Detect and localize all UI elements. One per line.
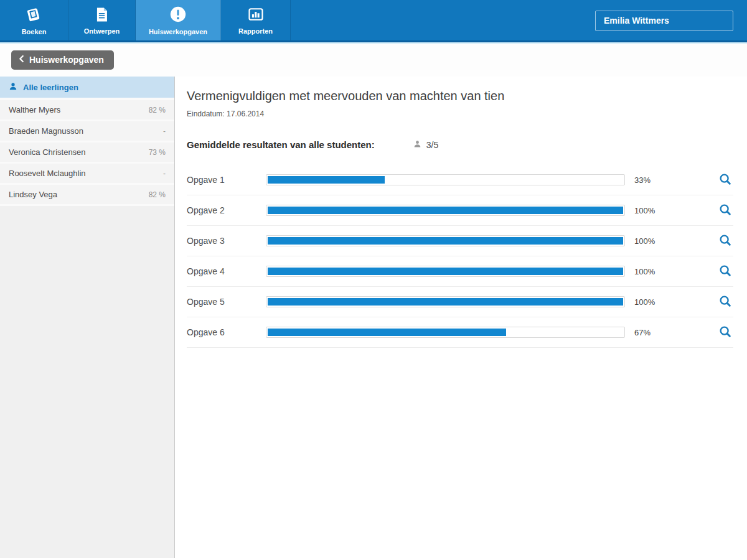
student-row[interactable]: Roosevelt Mclaughlin - — [0, 164, 174, 185]
progress-track — [266, 266, 625, 277]
percent-label: 67% — [634, 328, 667, 337]
exclamation-icon — [169, 5, 187, 26]
exercise-label: Opgave 6 — [187, 327, 266, 337]
inspect-button[interactable] — [718, 294, 732, 310]
student-name: Veronica Christensen — [9, 147, 86, 157]
tab-label: Huiswerkopgaven — [149, 28, 207, 35]
inspect-button[interactable] — [718, 172, 732, 188]
student-row[interactable]: Walther Myers 82 % — [0, 100, 174, 121]
average-results-label: Gemiddelde resultaten van alle studenten… — [187, 139, 375, 150]
percent-label: 100% — [634, 297, 667, 307]
search-icon — [718, 203, 732, 218]
tab-boeken[interactable]: Boeken — [0, 0, 68, 40]
due-date: Einddatum: 17.06.2014 — [187, 110, 747, 118]
person-icon — [9, 82, 17, 93]
result-row: Opgave 4 100% — [187, 256, 733, 287]
student-sidebar: Alle leerlingen Walther Myers 82 % Braed… — [0, 77, 175, 558]
results-list: Opgave 1 33% Opgave 2 100% Opgave 3 100%… — [187, 165, 733, 348]
percent-label: 100% — [634, 267, 667, 276]
inspect-button[interactable] — [718, 264, 732, 279]
page-title: Vermenigvuldigen met meervouden van mach… — [187, 89, 747, 103]
sidebar-header-label: Alle leerlingen — [23, 83, 78, 92]
student-score: 82 % — [149, 190, 166, 199]
progress-track — [266, 205, 625, 216]
student-row[interactable]: Lindsey Vega 82 % — [0, 185, 174, 206]
student-row[interactable]: Veronica Christensen 73 % — [0, 142, 174, 164]
progress-fill — [268, 329, 506, 336]
search-icon — [718, 325, 732, 340]
result-row: Opgave 2 100% — [187, 195, 733, 226]
exercise-label: Opgave 4 — [187, 266, 266, 276]
main-panel: Vermenigvuldigen met meervouden van mach… — [175, 77, 747, 558]
student-name: Lindsey Vega — [9, 190, 57, 199]
search-icon — [718, 264, 732, 279]
tab-rapporten[interactable]: Rapporten — [221, 0, 291, 40]
progress-fill — [268, 298, 623, 306]
percent-label: 100% — [634, 206, 667, 215]
inspect-button[interactable] — [718, 203, 732, 218]
tab-ontwerpen[interactable]: Ontwerpen — [68, 0, 136, 40]
student-score: - — [163, 127, 166, 136]
inspect-button[interactable] — [718, 325, 732, 340]
progress-track — [266, 296, 625, 307]
progress-track — [266, 235, 625, 246]
tab-label: Ontwerpen — [84, 27, 120, 35]
percent-label: 33% — [634, 175, 667, 185]
bar-chart-icon — [247, 6, 265, 26]
result-row: Opgave 3 100% — [187, 226, 733, 256]
document-icon — [93, 6, 110, 26]
progress-fill — [268, 268, 623, 275]
breadcrumb-bar: Huiswerkopgaven — [0, 44, 747, 77]
result-row: Opgave 6 67% — [187, 317, 733, 348]
tab-label: Boeken — [22, 28, 47, 35]
progress-fill — [268, 176, 385, 184]
content-area: Alle leerlingen Walther Myers 82 % Braed… — [0, 77, 747, 558]
tab-label: Rapporten — [238, 27, 273, 35]
result-row: Opgave 5 100% — [187, 287, 733, 317]
average-ratio: 3/5 — [413, 140, 438, 150]
result-row: Opgave 1 33% — [187, 165, 733, 195]
average-results-row: Gemiddelde resultaten van alle studenten… — [187, 139, 747, 150]
student-name: Braeden Magnusson — [9, 126, 83, 136]
progress-fill — [268, 237, 623, 245]
exercise-label: Opgave 2 — [187, 205, 266, 215]
exercise-label: Opgave 3 — [187, 236, 266, 246]
percent-label: 100% — [634, 236, 667, 246]
top-navigation: Boeken Ontwerpen Huiswerkopgaven Rapport… — [0, 0, 747, 42]
person-icon — [413, 140, 421, 150]
search-icon — [718, 233, 732, 249]
progress-track — [266, 174, 625, 185]
back-button[interactable]: Huiswerkopgaven — [11, 50, 114, 70]
exercise-label: Opgave 1 — [187, 175, 266, 185]
user-name-box[interactable]: Emilia Wittmers — [595, 11, 733, 31]
chevron-left-icon — [19, 55, 24, 65]
progress-track — [266, 327, 625, 338]
progress-fill — [268, 207, 623, 214]
student-row[interactable]: Braeden Magnusson - — [0, 121, 174, 142]
book-icon — [25, 6, 43, 26]
exercise-label: Opgave 5 — [187, 297, 266, 307]
student-score: 73 % — [149, 148, 166, 157]
back-button-label: Huiswerkopgaven — [29, 55, 104, 65]
student-score: - — [163, 169, 166, 178]
tab-huiswerkopgaven[interactable]: Huiswerkopgaven — [136, 0, 221, 40]
search-icon — [718, 172, 732, 188]
average-ratio-value: 3/5 — [426, 140, 438, 150]
search-icon — [718, 294, 732, 310]
student-name: Roosevelt Mclaughlin — [9, 169, 86, 178]
sidebar-item-all-students[interactable]: Alle leerlingen — [0, 77, 174, 100]
student-name: Walther Myers — [9, 105, 60, 114]
student-score: 82 % — [149, 106, 166, 114]
inspect-button[interactable] — [718, 233, 732, 249]
